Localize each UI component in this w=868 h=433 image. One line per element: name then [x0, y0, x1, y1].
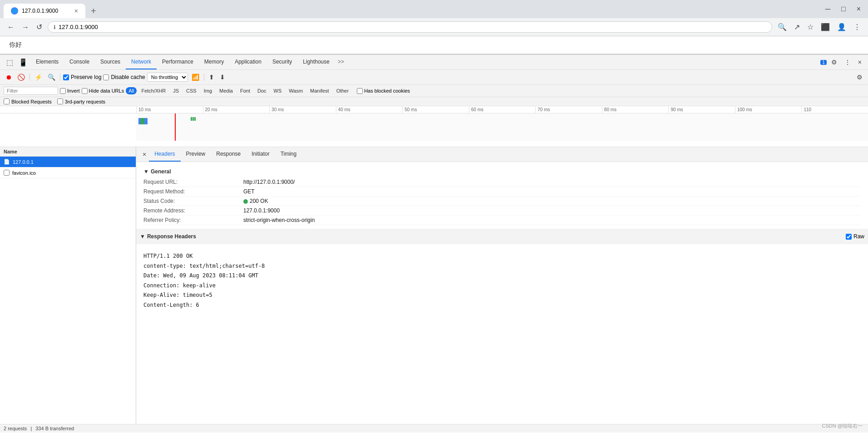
devtools-more-button[interactable]: ⋮ [842, 57, 853, 68]
tab-network[interactable]: Network [126, 55, 157, 69]
hide-data-urls-input[interactable] [82, 88, 88, 94]
filter-input[interactable] [4, 87, 58, 95]
wifi-icon-btn[interactable]: 📶 [190, 72, 201, 83]
raw-checkbox-input[interactable] [846, 234, 852, 240]
tab-elements[interactable]: Elements [30, 55, 64, 69]
maximize-button[interactable]: □ [838, 4, 849, 14]
transferred-size: 334 B transferred [35, 426, 74, 431]
raw-checkbox[interactable]: Raw [846, 233, 864, 240]
response-headers-title[interactable]: ▼ Response Headers [140, 231, 196, 242]
devtools-close-button[interactable]: × [855, 57, 864, 68]
disable-cache-checkbox[interactable]: Disable cache [103, 74, 145, 80]
filter-type-doc[interactable]: Doc [255, 87, 269, 94]
filter-type-wasm[interactable]: Wasm [286, 87, 306, 94]
blocked-requests-checkbox[interactable]: Blocked Requests [4, 98, 52, 104]
has-blocked-cookies-input[interactable] [357, 88, 363, 94]
third-party-checkbox[interactable]: 3rd-party requests [57, 98, 105, 104]
timeline-graph [136, 113, 868, 141]
preserve-log-input[interactable] [63, 74, 69, 80]
tab-console[interactable]: Console [64, 55, 95, 69]
filter-type-fetchxhr[interactable]: Fetch/XHR [138, 87, 168, 94]
window-controls: ─ □ × [822, 4, 864, 18]
blocked-requests-input[interactable] [4, 98, 10, 104]
tab-security[interactable]: Security [267, 55, 297, 69]
request-item-1[interactable]: 📄 127.0.0.1 [0, 157, 136, 167]
timeline-small-bars [191, 117, 196, 121]
tab-bar: 🌐 127.0.0.1:9000 × + ─ □ × [0, 0, 868, 18]
page-content-area: 你好 [0, 36, 868, 54]
filter-button[interactable]: ⚡ [33, 72, 44, 83]
third-party-input[interactable] [57, 98, 63, 104]
tab-application[interactable]: Application [229, 55, 267, 69]
detail-tab-preview[interactable]: Preview [181, 147, 211, 162]
clear-button[interactable]: 🚫 [15, 72, 27, 83]
detail-tabs: × Headers Preview Response Initiator Tim… [136, 147, 868, 162]
address-input[interactable] [59, 24, 766, 30]
inspect-element-button[interactable]: ⬚ [4, 56, 16, 69]
req-checkbox-2[interactable] [4, 170, 10, 176]
filter-type-all[interactable]: All [126, 87, 137, 94]
upload-icon-btn[interactable]: ⬆ [207, 72, 216, 83]
filter-type-other[interactable]: Other [334, 87, 352, 94]
share-icon-btn[interactable]: ↗ [792, 21, 802, 33]
bookmark-button[interactable]: ☆ [805, 21, 815, 33]
filter-type-manifest[interactable]: Manifest [307, 87, 332, 94]
requests-panel: Name 📄 127.0.0.1 favicon.ico [0, 147, 136, 424]
tab-performance[interactable]: Performance [157, 55, 199, 69]
network-settings-button[interactable]: ⚙ [855, 72, 864, 83]
tab-favicon: 🌐 [11, 7, 18, 15]
reload-button[interactable]: ↺ [35, 21, 44, 33]
has-blocked-cookies-checkbox[interactable]: Has blocked cookies [357, 88, 410, 94]
close-tab-button[interactable]: × [74, 7, 78, 15]
devtools-settings-button[interactable]: ⚙ [829, 57, 840, 68]
minimize-button[interactable]: ─ [822, 4, 834, 14]
search-network-button[interactable]: 🔍 [46, 72, 57, 83]
general-title-text: General [151, 168, 171, 175]
download-icon-btn[interactable]: ⬇ [218, 72, 227, 83]
active-tab[interactable]: 🌐 127.0.0.1:9000 × [4, 4, 85, 18]
filter-type-img[interactable]: Img [201, 87, 215, 94]
search-icon-btn[interactable]: 🔍 [776, 21, 789, 33]
filter-type-js[interactable]: JS [170, 87, 182, 94]
preserve-log-label: Preserve log [71, 74, 101, 80]
request-item-2[interactable]: favicon.ico [0, 167, 136, 178]
throttle-select[interactable]: No throttling [147, 73, 188, 82]
disable-cache-input[interactable] [103, 74, 109, 80]
new-tab-button[interactable]: + [87, 4, 100, 18]
record-button[interactable]: ⏺ [4, 72, 14, 83]
detail-tab-timing[interactable]: Timing [275, 147, 302, 162]
filter-type-ws[interactable]: WS [271, 87, 285, 94]
filter-type-media[interactable]: Media [217, 87, 236, 94]
close-window-button[interactable]: × [853, 4, 864, 14]
request-method-key: Request Method: [143, 188, 243, 195]
preserve-log-checkbox[interactable]: Preserve log [63, 74, 101, 80]
hide-data-urls-checkbox[interactable]: Hide data URLs [82, 88, 124, 94]
main-split: Name 📄 127.0.0.1 favicon.ico × Headers P… [0, 147, 868, 424]
cast-button[interactable]: ⬛ [819, 21, 832, 33]
browser-more-button[interactable]: ⋮ [852, 21, 863, 33]
device-toggle-button[interactable]: 📱 [16, 56, 30, 69]
status-separator: | [30, 426, 32, 431]
detail-content: ▼ General Request URL: http://127.0.0.1:… [136, 162, 868, 318]
invert-input[interactable] [60, 88, 66, 94]
third-party-label: 3rd-party requests [65, 99, 105, 104]
tab-memory[interactable]: Memory [199, 55, 229, 69]
forward-button[interactable]: → [20, 21, 31, 33]
filter-type-css[interactable]: CSS [183, 87, 199, 94]
timeline-small-bar-3 [194, 117, 196, 121]
details-close-button[interactable]: × [140, 149, 149, 160]
more-tabs-button[interactable]: >> [335, 55, 347, 69]
detail-tab-response[interactable]: Response [211, 147, 246, 162]
back-button[interactable]: ← [5, 21, 16, 33]
status-bar: 2 requests | 334 B transferred [0, 424, 868, 433]
detail-tab-headers[interactable]: Headers [149, 147, 180, 162]
tab-lighthouse[interactable]: Lighthouse [297, 55, 335, 69]
request-url-key: Request URL: [143, 179, 243, 185]
invert-checkbox[interactable]: Invert [60, 88, 80, 94]
detail-tab-initiator[interactable]: Initiator [246, 147, 275, 162]
tab-sources[interactable]: Sources [95, 55, 126, 69]
filter-type-font[interactable]: Font [237, 87, 253, 94]
account-button[interactable]: 👤 [835, 21, 848, 33]
timeline-small-bar-1 [191, 117, 192, 121]
general-section-title[interactable]: ▼ General [143, 166, 861, 177]
